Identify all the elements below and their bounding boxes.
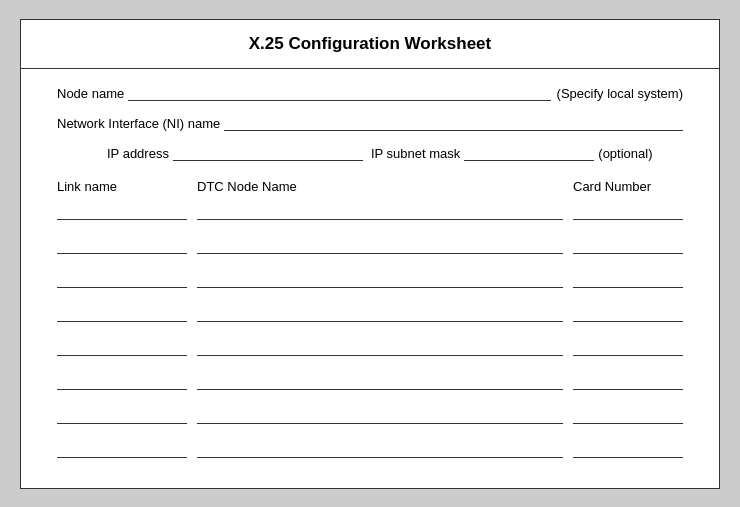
cell-dtc[interactable]	[197, 408, 563, 424]
cell-link[interactable]	[57, 408, 187, 424]
cell-dtc[interactable]	[197, 374, 563, 390]
table-row	[57, 408, 683, 424]
header: X.25 Configuration Worksheet	[21, 20, 719, 69]
col-header-link: Link name	[57, 179, 187, 194]
ip-address-label: IP address	[107, 146, 169, 161]
col-header-dtc: DTC Node Name	[187, 179, 573, 194]
table-row	[57, 442, 683, 458]
ni-row: Network Interface (NI) name	[57, 115, 683, 131]
cell-dtc[interactable]	[197, 306, 563, 322]
col-header-card: Card Number	[573, 179, 683, 194]
cell-dtc[interactable]	[197, 238, 563, 254]
cell-card[interactable]	[573, 340, 683, 356]
ip-optional-label: (optional)	[598, 146, 652, 161]
cell-card[interactable]	[573, 408, 683, 424]
cell-dtc[interactable]	[197, 340, 563, 356]
content-area: Node name (Specify local system) Network…	[21, 69, 719, 474]
table-header-row: Link name DTC Node Name Card Number	[57, 179, 683, 194]
table-row	[57, 238, 683, 254]
cell-link[interactable]	[57, 442, 187, 458]
cell-card[interactable]	[573, 272, 683, 288]
ip-subnet-underline[interactable]	[464, 145, 594, 161]
node-name-row: Node name (Specify local system)	[57, 85, 683, 101]
cell-dtc[interactable]	[197, 272, 563, 288]
node-name-underline[interactable]	[128, 85, 550, 101]
cell-card[interactable]	[573, 306, 683, 322]
cell-link[interactable]	[57, 238, 187, 254]
ip-row: IP address IP subnet mask (optional)	[57, 145, 683, 161]
ni-label: Network Interface (NI) name	[57, 116, 220, 131]
cell-dtc[interactable]	[197, 442, 563, 458]
table-row	[57, 340, 683, 356]
cell-link[interactable]	[57, 272, 187, 288]
table-row	[57, 204, 683, 220]
cell-link[interactable]	[57, 374, 187, 390]
page-title: X.25 Configuration Worksheet	[249, 34, 491, 53]
cell-card[interactable]	[573, 374, 683, 390]
table-row	[57, 374, 683, 390]
table-data-rows	[57, 204, 683, 458]
ni-underline[interactable]	[224, 115, 683, 131]
cell-card[interactable]	[573, 442, 683, 458]
cell-link[interactable]	[57, 306, 187, 322]
table-row	[57, 272, 683, 288]
cell-card[interactable]	[573, 238, 683, 254]
cell-link[interactable]	[57, 204, 187, 220]
cell-card[interactable]	[573, 204, 683, 220]
table-section: Link name DTC Node Name Card Number	[57, 179, 683, 458]
cell-link[interactable]	[57, 340, 187, 356]
node-name-suffix: (Specify local system)	[557, 86, 683, 101]
ip-address-underline[interactable]	[173, 145, 363, 161]
node-name-label: Node name	[57, 86, 124, 101]
ip-subnet-label: IP subnet mask	[371, 146, 460, 161]
worksheet: X.25 Configuration Worksheet Node name (…	[20, 19, 720, 489]
table-row	[57, 306, 683, 322]
cell-dtc[interactable]	[197, 204, 563, 220]
